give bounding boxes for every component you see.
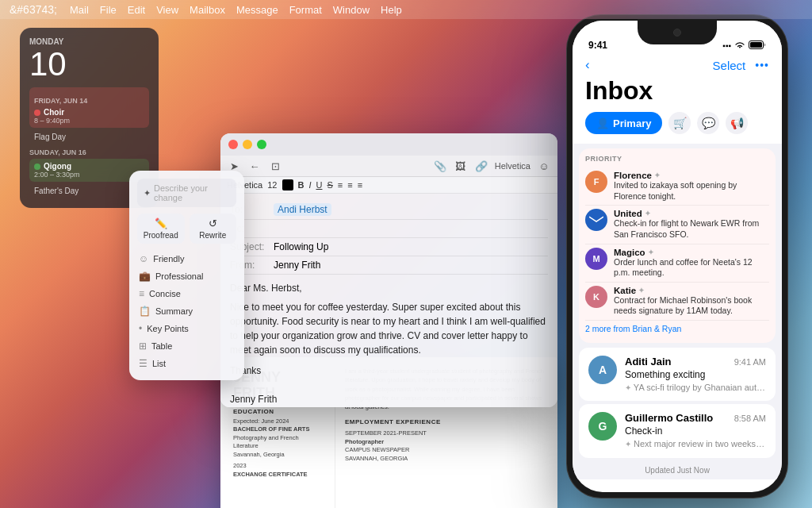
attach-icon[interactable]: 📎 [433, 159, 447, 173]
compose-signature: Thanks Jenny Frith Dept. of Journalism a… [230, 364, 548, 407]
tab-primary[interactable]: 👤 Primary [585, 112, 662, 134]
resume-employment-header: EMPLOYMENT EXPERIENCE [345, 418, 548, 427]
compose-text-body[interactable]: Dear Ms. Herbst, Nice to meet you for co… [230, 275, 548, 407]
align-center-icon[interactable]: ≡ [347, 180, 352, 190]
compose-window: ➤ ← ⊡ 📎 🖼 🔗 Helvetica ☺ Helvetica 12 B I… [220, 133, 557, 407]
email-list: PRIORITY F Florence ✦ Invited to izakaya… [573, 144, 782, 479]
calendar-day-label: Monday [29, 37, 149, 46]
email-subject: Something exciting [625, 369, 766, 380]
priority-sender: Katie ✦ [614, 286, 769, 295]
inbox-tabs: 👤 Primary 🛒 💬 📢 [585, 112, 769, 137]
person-icon: 👤 [596, 117, 609, 129]
email-sender: Guillermo Castillo [625, 412, 713, 424]
color-swatch[interactable] [282, 179, 293, 190]
more-priority-link[interactable]: 2 more from Brian & Ryan [585, 321, 769, 337]
compose-subject-value[interactable]: Following Up [274, 241, 328, 252]
photo-icon[interactable]: 🖼 [454, 159, 468, 173]
sparkle-icon: ✦ [654, 171, 661, 179]
concise-icon: ≡ [139, 288, 144, 299]
tab-shopping[interactable]: 🛒 [668, 112, 691, 134]
menu-mailbox[interactable]: Mailbox [190, 4, 225, 16]
italic-button[interactable]: I [308, 180, 311, 190]
menu-window[interactable]: Window [333, 4, 370, 16]
sparkle-icon: ✦ [645, 210, 651, 217]
menu-edit[interactable]: Edit [128, 4, 145, 16]
compose-from-value[interactable]: Jenny Frith [274, 260, 320, 271]
more-button[interactable]: ••• [755, 59, 769, 71]
priority-item[interactable]: F Florence ✦ Invited to izakaya soft ope… [585, 167, 769, 206]
menu-view[interactable]: View [156, 4, 178, 16]
priority-item[interactable]: K Katie ✦ Contract for Michael Robinson'… [585, 283, 769, 321]
font-size[interactable]: 12 [267, 180, 277, 190]
writing-tools-input[interactable]: ✦ Describe your change [137, 179, 236, 207]
priority-content: Magico ✦ Order lunch and coffee for Neet… [614, 248, 769, 279]
wt-friendly[interactable]: ☺Friendly [137, 250, 236, 267]
align-left-icon[interactable]: ≡ [338, 180, 343, 190]
email-preview: ✦ Next major review in two weeks. Schedu… [625, 438, 766, 449]
menubar: &#63743; Mail File Edit View Mailbox Mes… [0, 0, 812, 19]
wt-keypoints[interactable]: •Key Points [137, 320, 236, 337]
priority-sender: Magico ✦ [614, 248, 769, 257]
more-format-icon[interactable]: ≡ [358, 180, 362, 190]
window-icon[interactable]: ⊡ [268, 159, 282, 173]
email-content: Guillermo Castillo 8:58 AM Check-in ✦ Ne… [625, 412, 766, 449]
font-label[interactable]: Helvetica [495, 161, 530, 171]
priority-item[interactable]: M Magico ✦ Order lunch and coffee for Ne… [585, 244, 769, 283]
email-item[interactable]: G Guillermo Castillo 8:58 AM Check-in ✦ … [579, 404, 776, 457]
writing-tools-buttons: ✏️ Proofread ↺ Rewrite [137, 214, 236, 244]
email-content: Aditi Jain 9:41 AM Something exciting ✦ … [625, 356, 766, 393]
sparkle-icon: ✦ [625, 440, 631, 448]
bold-button[interactable]: B [298, 180, 304, 190]
menu-mail[interactable]: Mail [70, 4, 89, 16]
menu-file[interactable]: File [100, 4, 117, 16]
priority-sender: United ✦ [614, 209, 769, 218]
priority-item[interactable]: United ✦ Check-in for flight to Newark E… [585, 206, 769, 244]
priority-label: PRIORITY [585, 155, 769, 163]
close-button[interactable] [228, 140, 238, 149]
proofread-label: Proofread [141, 231, 181, 240]
rewrite-icon: ↺ [193, 217, 233, 229]
back-icon[interactable]: ← [247, 159, 262, 173]
email-time: 8:58 AM [734, 414, 766, 423]
avatar: K [585, 286, 607, 308]
calendar-section-header-2: SUNDAY, JUN 16 [29, 148, 149, 156]
tab-promotions[interactable]: 📢 [726, 112, 748, 134]
wt-professional[interactable]: 💼Professional [137, 267, 236, 285]
compose-to-value[interactable]: Andi Herbst [274, 203, 331, 216]
fullscreen-button[interactable] [257, 140, 266, 149]
select-button[interactable]: Select [713, 59, 746, 72]
professional-icon: 💼 [139, 271, 151, 282]
email-item[interactable]: A Aditi Jain 9:41 AM Something exciting … [579, 348, 776, 401]
link-icon[interactable]: 🔗 [474, 159, 488, 173]
writing-tools-placeholder: Describe your change [154, 183, 230, 202]
sparkle-icon: ✦ [144, 188, 151, 198]
sparkle-icon: ✦ [648, 248, 654, 256]
emoji-icon[interactable]: ☺ [537, 159, 551, 173]
rewrite-button[interactable]: ↺ Rewrite [190, 214, 237, 244]
tab-messages[interactable]: 💬 [697, 112, 719, 134]
avatar: A [588, 356, 617, 384]
menu-message[interactable]: Message [236, 4, 278, 16]
back-button[interactable]: ‹ [585, 57, 590, 73]
apple-menu[interactable]: &#63743; [10, 3, 57, 16]
proofread-icon: ✏️ [141, 217, 181, 229]
minimize-button[interactable] [243, 140, 252, 149]
menu-help[interactable]: Help [381, 4, 402, 16]
signal-icon: ▪▪▪ [722, 41, 731, 50]
menu-format[interactable]: Format [289, 4, 322, 16]
sparkle-icon: ✦ [625, 383, 631, 392]
priority-message: Order lunch and coffee for Neeta's 12 p.… [614, 257, 769, 279]
wt-concise[interactable]: ≡Concise [137, 285, 236, 302]
proofread-button[interactable]: ✏️ Proofread [137, 214, 185, 244]
strikethrough-button[interactable]: S [327, 180, 332, 190]
wt-table[interactable]: ⊞Table [137, 337, 236, 355]
wt-summary[interactable]: 📋Summary [137, 302, 236, 320]
email-time: 9:41 AM [734, 357, 766, 367]
wt-list[interactable]: ☰List [137, 355, 236, 372]
priority-content: Katie ✦ Contract for Michael Robinson's … [614, 286, 769, 317]
underline-button[interactable]: U [316, 180, 323, 190]
avatar: F [585, 171, 607, 193]
wifi-icon [734, 40, 745, 51]
inbox-title: Inbox [585, 76, 769, 106]
compose-subject-field: Subject: Following Up [230, 238, 548, 256]
